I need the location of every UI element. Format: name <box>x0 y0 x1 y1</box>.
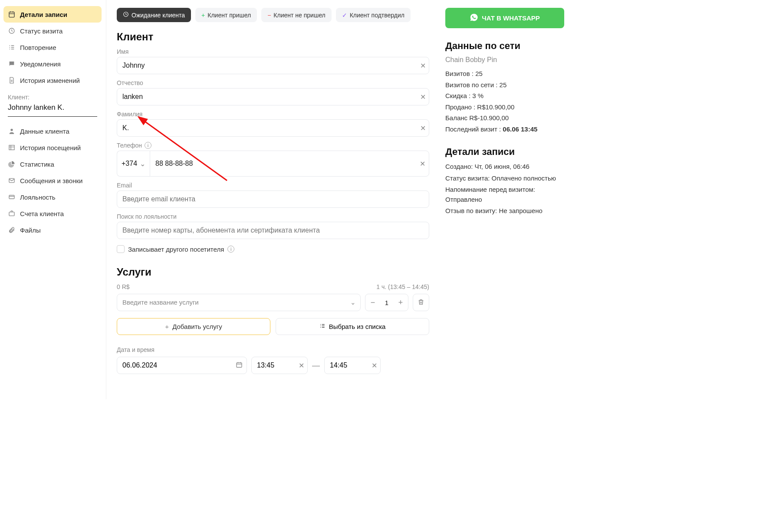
whatsapp-label: ЧАТ В WHATSAPP <box>482 14 540 22</box>
main-content: Ожидание клиента + Клиент пришел − Клиен… <box>106 0 443 399</box>
status-arrived-button[interactable]: + Клиент пришел <box>195 8 257 22</box>
clear-icon[interactable]: ✕ <box>420 124 426 132</box>
table-icon <box>8 144 16 151</box>
sidebar-client-name: Johnny lanken K. <box>3 102 102 115</box>
phone-code-select[interactable]: +374 ⌄ <box>117 151 150 177</box>
sidebar-label: Счета клиента <box>20 210 64 217</box>
sidebar-label: Лояльность <box>20 194 56 201</box>
services-heading: Услуги <box>117 266 429 278</box>
divider <box>8 116 97 117</box>
records-other-checkbox[interactable] <box>117 245 125 253</box>
stat-sold: Продано : R$10.900,00 <box>445 102 564 112</box>
service-select[interactable]: Введите название услуги ⌄ <box>117 294 361 311</box>
records-other-label: Записывает другого посетителя <box>128 246 224 253</box>
sidebar-label: История изменений <box>20 77 80 84</box>
quantity-stepper: − 1 + <box>365 294 408 311</box>
sidebar-client-label: Клиент: <box>3 89 102 102</box>
paperclip-icon <box>8 226 16 234</box>
calendar-icon[interactable] <box>236 361 243 370</box>
svg-rect-0 <box>9 12 14 17</box>
detail-created: Создано: Чт, 06 июня, 06:46 <box>445 162 564 172</box>
sidebar-item-notifications[interactable]: Уведомления <box>3 56 102 72</box>
briefcase-icon <box>8 210 16 217</box>
sidebar-item-statistics[interactable]: Статистика <box>3 156 102 172</box>
minus-icon: − <box>267 12 271 19</box>
sidebar-label: Данные клиента <box>20 128 69 135</box>
person-icon <box>8 127 16 135</box>
date-input[interactable] <box>117 357 247 374</box>
phone-code-value: +374 <box>122 160 137 167</box>
qty-minus-button[interactable]: − <box>365 294 380 311</box>
surname-input[interactable] <box>117 119 429 137</box>
patronymic-input[interactable] <box>117 88 429 105</box>
phone-label: Телефон i <box>117 142 429 149</box>
info-icon[interactable]: i <box>227 246 234 253</box>
plus-icon: + <box>201 12 205 19</box>
whatsapp-button[interactable]: ЧАТ В WHATSAPP <box>445 8 564 28</box>
clock-icon <box>123 11 129 19</box>
status-confirmed-button[interactable]: ✓ Клиент подтвердил <box>336 8 411 22</box>
sidebar-item-messages[interactable]: Сообщения и звонки <box>3 172 102 189</box>
phone-label-text: Телефон <box>117 142 142 149</box>
loyalty-input[interactable] <box>117 222 429 239</box>
sidebar-label: История посещений <box>20 144 81 151</box>
sidebar-item-status[interactable]: Статус визита <box>3 23 102 39</box>
sidebar-label: Файлы <box>20 227 41 234</box>
svg-rect-8 <box>237 363 242 368</box>
qty-plus-button[interactable]: + <box>393 294 408 311</box>
sidebar-item-details[interactable]: Детали записи <box>3 6 102 23</box>
sidebar-item-client-data[interactable]: Данные клиента <box>3 123 102 139</box>
clear-icon[interactable]: ✕ <box>420 62 426 70</box>
status-waiting-button[interactable]: Ожидание клиента <box>117 8 191 22</box>
document-icon <box>8 76 16 84</box>
envelope-icon <box>8 177 16 184</box>
list-icon <box>319 323 326 330</box>
sidebar-label: Сообщения и звонки <box>20 177 82 184</box>
chain-name: Chain Bobby Pin <box>445 56 564 64</box>
chevron-down-icon: ⌄ <box>350 299 356 306</box>
svg-rect-3 <box>9 145 14 150</box>
clear-icon[interactable]: ✕ <box>420 93 426 101</box>
sidebar-label: Статистика <box>20 161 54 168</box>
clear-icon[interactable]: ✕ <box>299 361 304 370</box>
phone-input[interactable] <box>155 155 414 172</box>
sidebar: Детали записи Статус визита Повторение У… <box>0 0 106 399</box>
plus-icon: + <box>165 323 169 330</box>
choose-service-label: Выбрать из списка <box>329 323 386 330</box>
status-label: Клиент пришел <box>207 12 251 19</box>
status-label: Клиент подтвердил <box>350 12 405 19</box>
sidebar-item-files[interactable]: Файлы <box>3 222 102 238</box>
patronymic-label: Отчество <box>117 79 429 86</box>
status-row: Ожидание клиента + Клиент пришел − Клиен… <box>117 8 429 22</box>
sidebar-label: Детали записи <box>20 11 67 18</box>
stat-balance: Баланс R$-10.900,00 <box>445 113 564 123</box>
choose-service-button[interactable]: Выбрать из списка <box>276 318 429 335</box>
delete-service-button[interactable] <box>413 294 429 311</box>
sidebar-item-visit-history[interactable]: История посещений <box>3 139 102 156</box>
svg-rect-5 <box>9 195 14 199</box>
sidebar-item-history[interactable]: История изменений <box>3 72 102 89</box>
email-label: Email <box>117 182 429 189</box>
status-noshow-button[interactable]: − Клиент не пришел <box>261 8 331 22</box>
svg-point-2 <box>10 129 13 131</box>
email-input[interactable] <box>117 190 429 208</box>
chevron-down-icon: ⌄ <box>140 160 145 168</box>
clear-icon[interactable]: ✕ <box>420 160 425 168</box>
add-service-button[interactable]: + Добавить услугу <box>117 318 270 335</box>
sidebar-item-invoices[interactable]: Счета клиента <box>3 205 102 222</box>
info-icon[interactable]: i <box>145 142 151 149</box>
right-panel: ЧАТ В WHATSAPP Данные по сети Chain Bobb… <box>443 0 573 399</box>
stat-last-value: 06.06 13:45 <box>503 125 537 133</box>
sidebar-item-repeat[interactable]: Повторение <box>3 39 102 56</box>
sidebar-label: Статус визита <box>20 27 62 35</box>
network-heading: Данные по сети <box>445 40 564 52</box>
qty-value: 1 <box>380 299 393 306</box>
status-label: Ожидание клиента <box>132 12 185 19</box>
detail-reminder: Напоминание перед визитом: Отправлено <box>445 185 564 204</box>
clear-icon[interactable]: ✕ <box>372 361 377 370</box>
sidebar-item-loyalty[interactable]: Лояльность <box>3 189 102 205</box>
client-heading: Клиент <box>117 31 429 43</box>
list-icon <box>8 43 16 51</box>
dash: — <box>312 361 320 370</box>
name-input[interactable] <box>117 57 429 74</box>
